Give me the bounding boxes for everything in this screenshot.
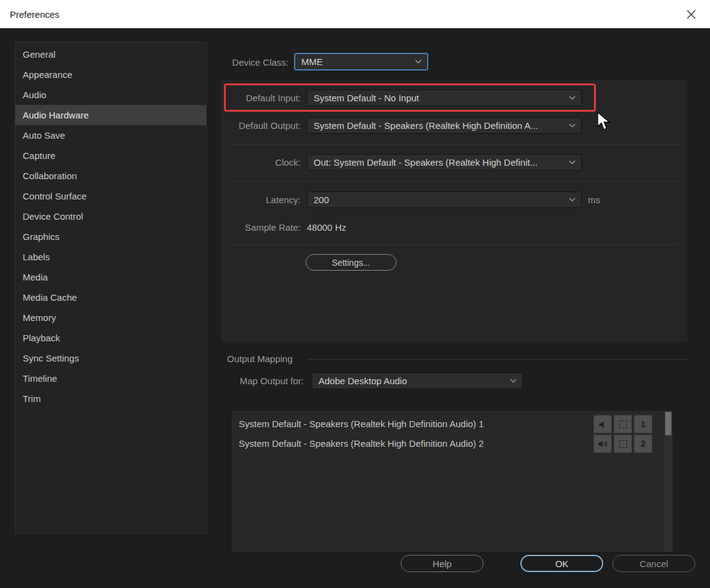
latency-dropdown[interactable]: 200 xyxy=(307,191,582,208)
latency-value: 200 xyxy=(314,195,329,205)
stereo-pair-button[interactable] xyxy=(614,435,632,453)
sidebar-item-playback[interactable]: Playback xyxy=(15,328,206,348)
chevron-down-icon xyxy=(415,60,422,64)
default-output-label: Default Output: xyxy=(221,117,301,134)
sidebar-item-trim[interactable]: Trim xyxy=(15,389,206,409)
stereo-pair-icon xyxy=(619,420,627,428)
sample-rate-label: Sample Rate: xyxy=(221,219,301,236)
chevron-down-icon xyxy=(569,96,576,100)
sidebar-item-capture[interactable]: Capture xyxy=(15,145,206,166)
sidebar-item-media[interactable]: Media xyxy=(15,267,206,287)
output-mapping-list: System Default - Speakers (Realtek High … xyxy=(231,410,673,552)
chevron-down-icon xyxy=(569,123,576,128)
divider xyxy=(228,181,680,182)
sidebar-item-general[interactable]: General xyxy=(15,44,206,64)
mapping-row-label: System Default - Speakers (Realtek High … xyxy=(239,435,484,453)
device-class-dropdown[interactable]: MME xyxy=(295,53,428,70)
settings-button[interactable]: Settings... xyxy=(306,254,396,271)
sidebar-item-audio-hardware[interactable]: Audio Hardware xyxy=(15,105,206,125)
stereo-pair-icon xyxy=(619,440,627,448)
sidebar-item-timeline[interactable]: Timeline xyxy=(15,368,206,389)
ok-button[interactable]: OK xyxy=(520,555,603,572)
map-output-for-dropdown[interactable]: Adobe Desktop Audio xyxy=(312,373,523,389)
speaker-icon xyxy=(598,420,608,428)
map-output-for-label: Map Output for: xyxy=(221,373,304,389)
default-output-value: System Default - Speakers (Realtek High … xyxy=(314,120,538,131)
chevron-down-icon xyxy=(569,160,576,164)
group-border-line xyxy=(308,359,687,360)
device-class-label: Device Class: xyxy=(209,54,288,71)
sidebar-item-memory[interactable]: Memory xyxy=(15,308,206,328)
sidebar: General Appearance Audio Audio Hardware … xyxy=(15,42,207,534)
speaker-sound-icon xyxy=(598,440,608,448)
preferences-window: Preferences General Appearance Audio Aud… xyxy=(0,0,710,588)
stereo-pair-button[interactable] xyxy=(614,415,632,433)
scrollbar-thumb[interactable] xyxy=(665,412,671,435)
dialog-body: General Appearance Audio Audio Hardware … xyxy=(0,28,710,588)
help-button[interactable]: Help xyxy=(401,555,484,572)
window-title: Preferences xyxy=(10,9,60,20)
default-input-dropdown[interactable]: System Default - No Input xyxy=(307,90,582,106)
chevron-down-icon xyxy=(510,379,517,383)
clock-label: Clock: xyxy=(221,154,301,171)
device-class-value: MME xyxy=(301,56,323,67)
map-output-for-value: Adobe Desktop Audio xyxy=(318,376,407,386)
sidebar-item-device-control[interactable]: Device Control xyxy=(15,206,206,226)
default-input-value: System Default - No Input xyxy=(314,93,419,103)
sidebar-item-control-surface[interactable]: Control Surface xyxy=(15,186,206,206)
sidebar-item-auto-save[interactable]: Auto Save xyxy=(15,125,206,145)
latency-label: Latency: xyxy=(221,191,301,208)
default-output-dropdown[interactable]: System Default - Speakers (Realtek High … xyxy=(307,117,582,134)
channel-number-badge[interactable]: 1 xyxy=(634,415,652,433)
sidebar-item-audio[interactable]: Audio xyxy=(15,85,206,105)
sample-rate-value: 48000 Hz xyxy=(307,219,346,236)
speaker-left-channel-button[interactable] xyxy=(593,415,612,433)
sidebar-item-graphics[interactable]: Graphics xyxy=(15,226,206,247)
divider xyxy=(228,244,680,245)
default-input-label: Default Input: xyxy=(221,90,301,106)
channel-number-badge[interactable]: 2 xyxy=(634,435,652,453)
sidebar-item-media-cache[interactable]: Media Cache xyxy=(15,287,206,308)
latency-unit: ms xyxy=(588,191,606,208)
clock-value: Out: System Default - Speakers (Realtek … xyxy=(314,157,538,168)
chevron-down-icon xyxy=(569,198,576,202)
output-mapping-title: Output Mapping xyxy=(227,354,293,364)
sidebar-item-labels[interactable]: Labels xyxy=(15,247,206,267)
clock-dropdown[interactable]: Out: System Default - Speakers (Realtek … xyxy=(307,154,582,171)
close-button[interactable] xyxy=(682,5,700,23)
sidebar-item-appearance[interactable]: Appearance xyxy=(15,64,206,85)
mapping-row-label: System Default - Speakers (Realtek High … xyxy=(239,415,484,433)
sidebar-item-collaboration[interactable]: Collaboration xyxy=(15,166,206,186)
divider xyxy=(228,144,680,145)
sidebar-item-sync-settings[interactable]: Sync Settings xyxy=(15,348,206,368)
scrollbar-track[interactable] xyxy=(664,411,673,552)
speaker-right-channel-button[interactable] xyxy=(593,435,612,453)
close-icon xyxy=(687,10,696,19)
titlebar: Preferences xyxy=(0,0,710,28)
audio-hardware-panel: Default Input: System Default - No Input… xyxy=(221,80,687,342)
cancel-button[interactable]: Cancel xyxy=(612,555,695,572)
